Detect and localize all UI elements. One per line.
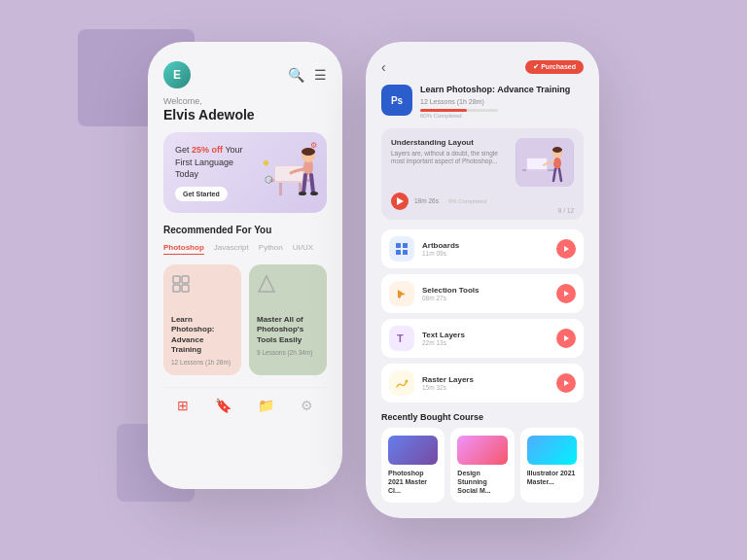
- nav-home-icon[interactable]: ⊞: [177, 398, 189, 413]
- banner-highlight: 25% off: [192, 145, 223, 155]
- lesson-counter: 8 / 12: [558, 207, 574, 214]
- recently-bought-cards: Photoshop 2021 Master Cl... Design Stunn…: [381, 428, 584, 503]
- play-tri-icon: [564, 246, 569, 252]
- progress-fill: [420, 109, 467, 112]
- header-icons: 🔍 ☰: [288, 67, 327, 83]
- artboards-icon: [389, 236, 414, 262]
- play-button-raster[interactable]: [556, 373, 576, 393]
- recent-card-3-title: Illustrator 2021 Master...: [527, 469, 577, 486]
- list-item: T Text Layers 22m 13s: [381, 319, 584, 358]
- lesson-time-raster: 15m 32s: [422, 384, 549, 391]
- video-text-area: Understanding Layout Layers are, without…: [391, 138, 508, 187]
- tab-uiux[interactable]: UI/UX: [293, 243, 313, 255]
- nav-folder-icon[interactable]: 📁: [258, 398, 274, 413]
- svg-rect-13: [173, 276, 180, 283]
- svg-rect-14: [182, 276, 189, 283]
- card2-icon: [257, 274, 319, 298]
- back-button[interactable]: ‹: [381, 59, 386, 75]
- video-play-button[interactable]: [391, 192, 409, 210]
- lesson-name-raster: Raster Layers 15m 32s: [422, 375, 549, 391]
- raster-layers-icon: [389, 370, 414, 396]
- welcome-label: Welcome,: [163, 96, 327, 106]
- recent-card-1[interactable]: Photoshop 2021 Master Cl...: [381, 428, 445, 503]
- phones-container: E 🔍 ☰ Welcome, Elvis Adewole Get 25% off…: [148, 42, 599, 518]
- svg-point-24: [553, 158, 561, 169]
- tab-python[interactable]: Python: [259, 243, 283, 255]
- lesson-name-selection: Selection Tools 08m 27s: [422, 286, 549, 301]
- phone-1: E 🔍 ☰ Welcome, Elvis Adewole Get 25% off…: [148, 42, 342, 489]
- banner-illustration: ⬡ ⚙ ◆: [260, 136, 323, 206]
- recommended-section-title: Recommended For You: [163, 225, 327, 235]
- lesson-time-artboards: 11m 09s: [422, 250, 549, 257]
- phone2-header: ‹ ✔ Purchased: [381, 59, 584, 75]
- nav-settings-icon[interactable]: ⚙: [301, 398, 313, 413]
- lesson-title-artboards: Artboards: [422, 241, 549, 250]
- video-lesson-desc: Layers are, without a doubt, the single …: [391, 150, 508, 166]
- svg-rect-4: [275, 166, 302, 181]
- bottom-nav: ⊞ 🔖 📁 ⚙: [163, 387, 327, 413]
- course-meta: Learn Photoshop: Advance Training 12 Les…: [420, 85, 584, 119]
- tab-javascript[interactable]: Javascript: [214, 243, 249, 255]
- lesson-title-text: Text Layers: [422, 331, 549, 339]
- card2-lessons: 9 Lessons (2h 34m): [257, 349, 319, 356]
- play-button-text[interactable]: [556, 329, 576, 348]
- svg-text:⬡: ⬡: [265, 174, 273, 185]
- play-tri-icon: [564, 335, 569, 341]
- play-button-artboards[interactable]: [556, 239, 576, 259]
- search-icon[interactable]: 🔍: [288, 67, 304, 83]
- card2-title: Master All of Photoshop's Tools Easily: [257, 315, 319, 345]
- card1-lessons: 12 Lessons (1h 28m): [171, 359, 233, 366]
- play-triangle-icon: [397, 197, 404, 205]
- svg-text:⚙: ⚙: [310, 141, 317, 150]
- svg-rect-26: [403, 243, 408, 248]
- svg-point-30: [406, 379, 409, 382]
- selection-tools-icon: [389, 281, 414, 306]
- card1-icon: [171, 274, 233, 298]
- svg-text:◆: ◆: [263, 158, 269, 167]
- video-preview: Understanding Layout Layers are, without…: [381, 128, 584, 220]
- svg-text:T: T: [397, 332, 404, 344]
- ps-icon: Ps: [381, 85, 412, 116]
- lesson-name-artboards: Artboards 11m 09s: [422, 241, 549, 257]
- lesson-title-selection: Selection Tools: [422, 286, 549, 295]
- banner-line1: Get: [175, 145, 192, 155]
- category-tabs: Photoshop Javascript Python UI/UX: [163, 243, 327, 255]
- svg-rect-1: [279, 182, 282, 195]
- video-bottom: 18m 26s 0% Completed: [391, 192, 574, 210]
- menu-icon[interactable]: ☰: [314, 67, 327, 83]
- recent-card-3-img: [527, 436, 577, 465]
- recent-card-1-title: Photoshop 2021 Master Cl...: [388, 469, 438, 495]
- play-tri-icon: [564, 380, 569, 386]
- course-card-1[interactable]: Learn Photoshop: Advance Training 12 Les…: [163, 264, 241, 376]
- lesson-time-selection: 08m 27s: [422, 295, 549, 301]
- svg-rect-28: [403, 250, 408, 255]
- play-button-selection[interactable]: [556, 284, 576, 303]
- list-item: Raster Layers 15m 32s: [381, 364, 584, 402]
- card1-title: Learn Photoshop: Advance Training: [171, 315, 233, 356]
- course-card-2[interactable]: Master All of Photoshop's Tools Easily 9…: [249, 264, 327, 376]
- video-thumbnail: [516, 138, 574, 187]
- user-name: Elvis Adewole: [163, 107, 327, 122]
- phone-2: ‹ ✔ Purchased Ps Learn Photoshop: Advanc…: [366, 42, 599, 518]
- progress-text: 60% Completed: [420, 113, 584, 119]
- get-started-button[interactable]: Get Started: [175, 187, 228, 201]
- nav-bookmark-icon[interactable]: 🔖: [215, 398, 231, 413]
- svg-marker-17: [259, 276, 274, 292]
- purchased-badge: ✔ Purchased: [525, 60, 584, 74]
- svg-point-8: [299, 192, 306, 195]
- video-duration: 18m 26s: [414, 197, 439, 204]
- course-cards: Learn Photoshop: Advance Training 12 Les…: [163, 264, 327, 376]
- lesson-name-text: Text Layers 22m 13s: [422, 331, 549, 346]
- recent-card-3[interactable]: Illustrator 2021 Master...: [520, 428, 584, 503]
- recently-bought-title: Recently Bought Course: [381, 412, 584, 422]
- video-content: Understanding Layout Layers are, without…: [391, 138, 574, 187]
- video-lesson-title: Understanding Layout: [391, 138, 508, 147]
- tab-photoshop[interactable]: Photoshop: [163, 243, 204, 255]
- video-progress-text: 0% Completed: [448, 198, 486, 204]
- progress-bar: [420, 109, 498, 112]
- recent-card-2-title: Design Stunning Social M...: [457, 469, 507, 495]
- lesson-title-raster: Raster Layers: [422, 375, 549, 384]
- recent-card-2[interactable]: Design Stunning Social M...: [450, 428, 514, 503]
- svg-rect-15: [173, 285, 180, 292]
- svg-rect-21: [527, 158, 547, 169]
